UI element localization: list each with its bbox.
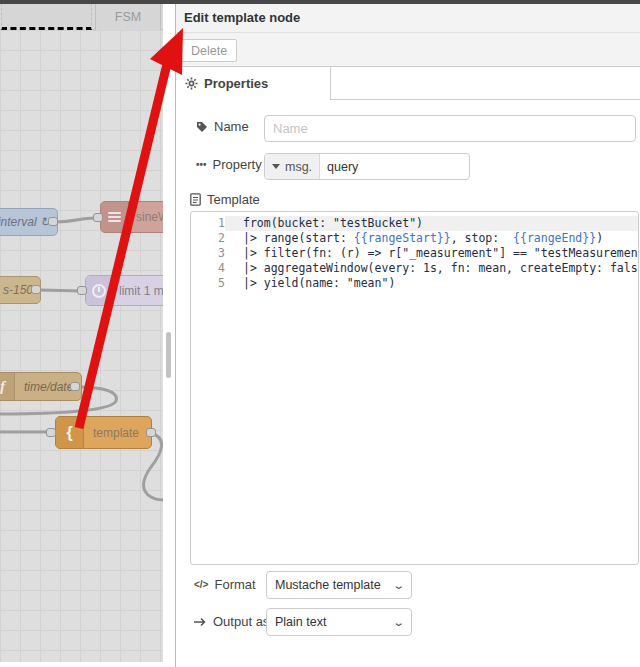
code-line: |> filter(fn: (r) => r["_measurement"] =…: [225, 246, 639, 261]
vertical-scrollbar-thumb[interactable]: [166, 332, 171, 378]
node-port[interactable]: [48, 217, 58, 226]
function-icon: f: [0, 373, 15, 400]
property-value-input[interactable]: query: [320, 154, 469, 179]
node-label: template: [84, 426, 139, 440]
line-number: 1: [191, 216, 225, 231]
node-port[interactable]: [146, 428, 156, 437]
code-line: |> yield(name: "mean"): [225, 276, 638, 291]
code-line: |> range(start: {{rangeStart}}, stop: {{…: [225, 231, 638, 246]
node-port[interactable]: [93, 213, 103, 222]
property-type-label: msg.: [285, 160, 312, 174]
wire-layer: [0, 0, 163, 662]
tab-row-border: [331, 99, 640, 100]
edit-template-dialog: Edit template node Delete Properties: [175, 0, 640, 667]
canvas-scroll-gap: [163, 0, 175, 667]
node-label: time/date: [15, 380, 73, 394]
tab-properties[interactable]: Properties: [176, 67, 331, 100]
node-sinewave[interactable]: sineW: [100, 201, 163, 233]
dialog-button-row: Delete: [176, 33, 640, 67]
format-field-label: </> Format: [194, 577, 256, 592]
property-typed-input[interactable]: msg. query: [264, 153, 470, 180]
dialog-title: Edit template node: [176, 4, 640, 32]
line-number: 4: [191, 261, 225, 276]
node-port[interactable]: [31, 285, 41, 294]
wire[interactable]: [56, 218, 95, 222]
gear-icon: [185, 77, 198, 90]
format-select[interactable]: Mustache template ⌄: [266, 571, 412, 599]
property-field-label: ••• Property: [196, 157, 262, 172]
name-input[interactable]: [264, 115, 636, 142]
flow-canvas[interactable]: FSM interval ↻ sineW s-150 limit 1 ms f …: [0, 0, 163, 662]
app-header-edge: [0, 0, 640, 4]
flow-tab-partial[interactable]: [1, 3, 92, 30]
arrow-right-icon: [194, 617, 207, 627]
node-red-app: FSM interval ↻ sineW s-150 limit 1 ms f …: [0, 0, 640, 667]
file-code-icon: [190, 193, 201, 206]
flow-tab-fsm[interactable]: FSM: [95, 3, 161, 30]
chevron-down-icon: [272, 164, 280, 169]
node-port[interactable]: [77, 286, 87, 295]
output-select-value: Plain text: [275, 615, 326, 629]
node-label: sineW: [129, 210, 163, 224]
delete-button[interactable]: Delete: [181, 39, 237, 62]
node-label: interval ↻: [0, 215, 50, 229]
dialog-header: Edit template node: [176, 4, 640, 33]
code-line: |> aggregateWindow(every: 1s, fn: mean, …: [225, 261, 639, 276]
node-port[interactable]: [46, 428, 56, 437]
editor-lines: 1from(bucket: "testBucket")2|> range(sta…: [191, 216, 638, 291]
dialog-tab-row: Properties: [176, 67, 640, 100]
node-template[interactable]: { template: [55, 416, 152, 449]
node-limit[interactable]: limit 1 ms: [85, 275, 163, 306]
node-label: s-150: [3, 283, 33, 297]
tag-icon: [196, 121, 208, 133]
property-type-button[interactable]: msg.: [265, 154, 320, 179]
node-label: limit 1 ms: [113, 284, 163, 298]
timer-icon: [86, 276, 113, 305]
output-select[interactable]: Plain text ⌄: [266, 608, 412, 636]
chevron-down-icon: ⌄: [392, 579, 405, 592]
flow-tab-label: FSM: [115, 10, 141, 24]
code-brackets-icon: </>: [194, 579, 208, 590]
wire[interactable]: [39, 290, 80, 291]
template-field-label: Template: [190, 192, 260, 207]
chevron-down-icon: ⌄: [392, 616, 405, 629]
flow-tabbar: FSM: [0, 0, 163, 30]
curly-brace-icon: {: [56, 417, 84, 448]
code-line: from(bucket: "testBucket"): [225, 216, 638, 231]
name-field-label: Name: [196, 119, 249, 134]
tab-label: Properties: [204, 76, 268, 91]
template-code-editor[interactable]: 1from(bucket: "testBucket")2|> range(sta…: [190, 211, 639, 565]
line-number: 2: [191, 231, 225, 246]
ellipsis-icon: •••: [196, 159, 207, 170]
line-number: 5: [191, 276, 225, 291]
node-port[interactable]: [70, 382, 80, 391]
line-number: 3: [191, 246, 225, 261]
waveform-icon: [101, 202, 129, 232]
output-field-label: Output as: [194, 614, 269, 629]
format-select-value: Mustache template: [275, 578, 381, 592]
